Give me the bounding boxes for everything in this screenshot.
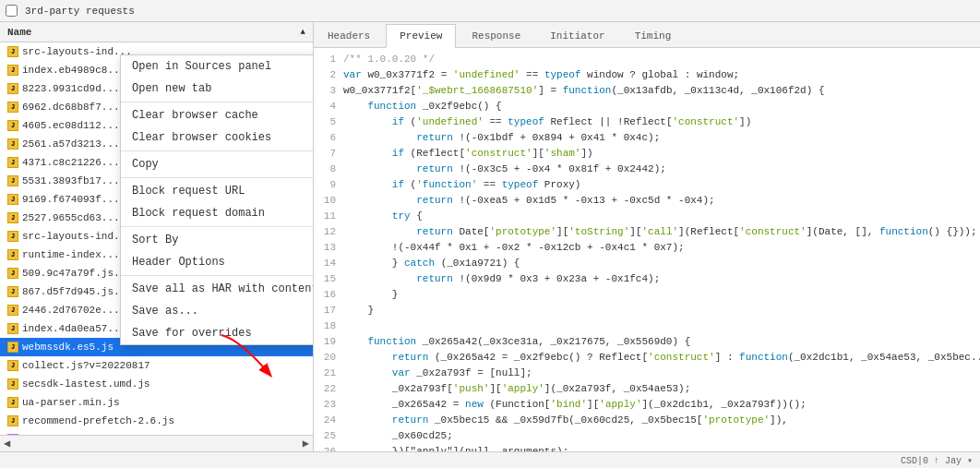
code-line: 15 return !(0x9d9 * 0x3 + 0x23a + -0x1fc… (314, 271, 980, 287)
status-position: CSD|0 ↑ Jay ▾ (901, 455, 973, 466)
file-item-label: 4371.c8c21226... (22, 157, 120, 168)
file-item-label: index.eb4989c8... (22, 65, 125, 76)
menu-item-label: Block request URL (132, 185, 245, 198)
js-file-icon: J (7, 305, 18, 316)
list-item[interactable]: Jcollect.js?v=20220817 (0, 356, 313, 375)
line-code: return !(-0x3c5 + -0x4 * 0x81f + 0x2442)… (343, 162, 980, 177)
menu-item-label: Block request domain (132, 207, 265, 220)
third-party-checkbox[interactable] (6, 5, 18, 17)
line-code: return !(-0x1bdf + 0x894 + 0x41 * 0x4c); (343, 130, 980, 146)
line-code: } (343, 303, 980, 318)
code-line: 22 _0x2a793f['push']['apply'](_0x2a793f,… (314, 381, 980, 397)
file-item-label: 6962.dc68b8f7... (22, 102, 120, 113)
line-number: 26 (314, 444, 343, 451)
menu-item[interactable]: Block request domain (121, 202, 314, 224)
code-line: 25 _0x60cd25; (314, 428, 980, 444)
line-number: 9 (314, 177, 343, 193)
scroll-left-icon[interactable]: ◀ (4, 437, 10, 450)
js-file-icon: J (7, 138, 18, 150)
menu-item-label: Clear browser cookies (132, 131, 271, 144)
file-item-label: secsdk-lastest.umd.js (22, 378, 150, 390)
menu-item[interactable]: Block request URL (121, 180, 314, 202)
menu-item-label: Open new tab (132, 82, 211, 95)
line-number: 21 (314, 366, 343, 381)
line-number: 23 (314, 397, 343, 413)
list-item[interactable]: Jrecommend-prefetch-2.6.js (0, 412, 313, 430)
scroll-controls: ◀ ▶ (0, 435, 313, 451)
menu-item[interactable]: Open in Sources panel (121, 55, 314, 78)
code-line: 9 if ('function' == typeof Proxy) (314, 177, 980, 193)
js-file-icon: J (7, 231, 18, 242)
menu-item[interactable]: Copy▶ (121, 153, 314, 175)
js-file-icon: J (7, 268, 18, 279)
scroll-right-icon[interactable]: ▶ (303, 437, 309, 450)
top-filter-bar: 3rd-party requests (0, 0, 980, 22)
code-line: 20 return (_0x265a42 = _0x2f9ebc() ? Ref… (314, 350, 980, 366)
js-file-icon: J (7, 212, 18, 223)
code-line: 18 (314, 318, 980, 334)
line-number: 4 (314, 99, 343, 114)
file-item-label: 509.9c47a79f.js... (22, 268, 132, 279)
menu-item-label: Clear browser cache (132, 109, 258, 122)
line-code: if (Reflect['construct']['sham']) (343, 146, 980, 162)
js-file-icon: J (7, 342, 18, 353)
menu-divider (121, 226, 314, 227)
code-line: 11 try { (314, 209, 980, 224)
menu-item[interactable]: Save as... (121, 300, 314, 322)
js-file-icon: J (7, 120, 18, 131)
file-item-label: recommend-prefetch-2.6.js (22, 415, 174, 426)
file-list-header-label: Name (7, 27, 31, 38)
menu-item-label: Copy (132, 158, 159, 171)
list-item[interactable]: Jua-parser.min.js (0, 393, 313, 412)
js-file-icon: J (7, 65, 18, 76)
code-line: 10 return !(-0xea5 + 0x1d5 * -0x13 + -0x… (314, 193, 980, 209)
file-item-label: 9169.f674093f... (22, 194, 120, 205)
line-code: _0x2a793f['push']['apply'](_0x2a793f, _0… (343, 381, 980, 397)
js-file-icon: J (7, 83, 18, 94)
context-menu: × Open in Sources panelOpen new tabClear… (120, 54, 314, 345)
file-item-label: 4605.ec08d112... (22, 120, 120, 131)
line-code: function _0x265a42(_0x3ce31a, _0x217675,… (343, 334, 980, 350)
tab-response[interactable]: Response (458, 23, 534, 47)
menu-item-label: Header Options (132, 256, 225, 269)
status-bar: CSD|0 ↑ Jay ▾ (0, 451, 980, 468)
file-item-label: 2561.a57d3213... (22, 138, 120, 150)
code-content[interactable]: 1/** 1.0.0.20 */2var w0_0x3771f2 = 'unde… (314, 48, 980, 451)
menu-divider (121, 150, 314, 151)
line-number: 2 (314, 67, 343, 83)
menu-item[interactable]: Save all as HAR with content (121, 278, 314, 300)
code-line: 23 _0x265a42 = new (Function['bind']['ap… (314, 397, 980, 413)
sort-icon: ▲ (301, 28, 305, 37)
line-number: 11 (314, 209, 343, 224)
js-file-icon: J (7, 46, 18, 57)
js-file-icon: J (7, 157, 18, 168)
line-number: 19 (314, 334, 343, 350)
tab-headers[interactable]: Headers (314, 23, 384, 47)
js-file-icon: J (7, 249, 18, 260)
third-party-label: 3rd-party requests (25, 6, 135, 17)
menu-item[interactable]: Clear browser cookies (121, 126, 314, 149)
line-number: 8 (314, 162, 343, 177)
file-item-label: 2446.2d76702e... (22, 305, 120, 316)
line-code: } catch (_0x1a9721) { (343, 256, 980, 271)
tab-timing[interactable]: Timing (621, 23, 686, 47)
line-number: 10 (314, 193, 343, 209)
file-list-panel: Name ▲ Jsrc-layouts-ind...Jindex.eb4989c… (0, 22, 314, 451)
tab-initiator[interactable]: Initiator (536, 23, 618, 47)
js-file-icon: J (7, 194, 18, 205)
code-line: 24 return _0x5bec15 && _0x59d7fb(_0x60cd… (314, 413, 980, 428)
menu-item[interactable]: Header Options▶ (121, 251, 314, 273)
menu-item[interactable]: Open new tab (121, 78, 314, 100)
line-code: })["apply"](null, arguments); (343, 444, 980, 451)
js-file-icon: J (7, 286, 18, 297)
code-line: 2var w0_0x3771f2 = 'undefined' == typeof… (314, 67, 980, 83)
menu-item[interactable]: Clear browser cache (121, 104, 314, 126)
menu-item[interactable]: Sort By▶ (121, 229, 314, 251)
menu-item[interactable]: Save for overrides (121, 322, 314, 344)
code-line: 16 } (314, 287, 980, 303)
line-code: try { (343, 209, 980, 224)
tab-preview[interactable]: Preview (386, 24, 456, 48)
list-item[interactable]: Jsecsdk-lastest.umd.js (0, 375, 313, 393)
file-item-label: 5531.3893fb17... (22, 175, 120, 186)
file-item-label: src-layouts-ind... (22, 231, 132, 242)
